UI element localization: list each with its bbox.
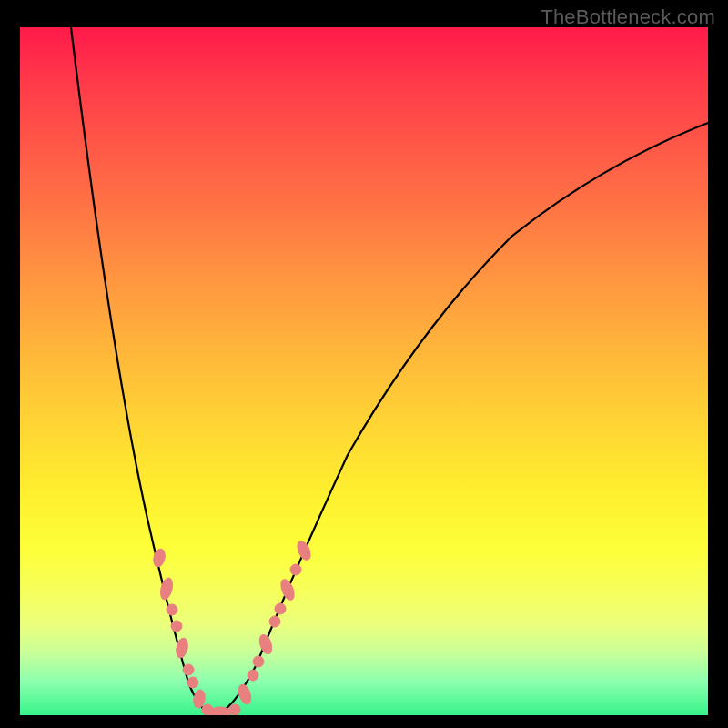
watermark-text: TheBottleneck.com [541, 5, 715, 29]
svg-point-16 [275, 603, 286, 614]
svg-point-12 [248, 670, 258, 681]
svg-point-9 [209, 707, 231, 715]
main-curve-left [71, 27, 218, 713]
plot-area [20, 27, 708, 715]
marker-group [152, 540, 313, 715]
svg-point-13 [253, 656, 264, 667]
svg-point-11 [237, 683, 253, 706]
svg-point-2 [167, 604, 177, 615]
main-curve-right [218, 123, 708, 713]
svg-point-5 [183, 664, 194, 675]
svg-point-17 [278, 578, 297, 602]
svg-point-15 [269, 616, 280, 627]
svg-point-6 [187, 677, 198, 688]
svg-point-3 [171, 621, 182, 632]
svg-point-10 [229, 704, 240, 715]
curve-layer [20, 27, 708, 715]
chart-container: TheBottleneck.com [0, 0, 728, 728]
svg-point-14 [258, 633, 275, 656]
svg-point-19 [295, 540, 313, 562]
svg-point-18 [290, 564, 301, 575]
